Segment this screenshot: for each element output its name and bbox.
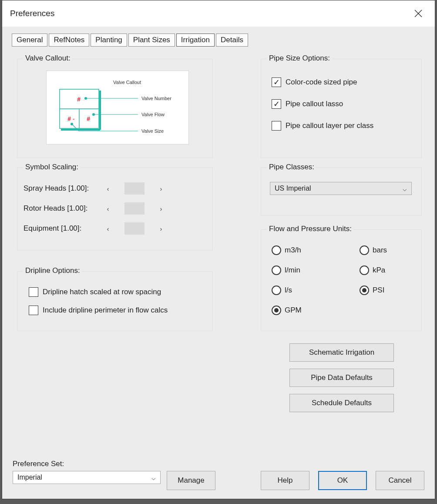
chevron-right-icon: › (160, 225, 162, 232)
manage-button[interactable]: Manage (167, 471, 215, 490)
radio-ls-input[interactable] (272, 286, 281, 295)
chevron-left-icon: ‹ (107, 185, 109, 192)
pipe-classes-label: Pipe Classes: (267, 163, 316, 171)
radio-kpa-label: kPa (373, 266, 385, 275)
equipment-decrease[interactable]: ‹ (100, 223, 116, 234)
dialog-footer: Preference Set: Imperial ⌵ Manage Help O… (13, 460, 424, 490)
radio-bars[interactable]: bars (360, 240, 416, 260)
dripline-label: Dripline Options: (24, 266, 82, 275)
spray-increase[interactable]: › (153, 183, 169, 194)
group-flow-pressure: Flow and Pressure Units: m3/h l/min l/s … (261, 229, 422, 331)
chevron-left-icon: ‹ (107, 205, 109, 212)
equipment-increase[interactable]: › (153, 223, 169, 234)
dialog-content: General RefNotes Planting Plant Sizes Ir… (2, 27, 435, 499)
scale-row-spray: Spray Heads [1.00]: ‹ › (17, 178, 212, 198)
radio-kpa[interactable]: kPa (360, 260, 416, 280)
chevron-left-icon: ‹ (107, 225, 109, 232)
svg-text:#: # (67, 115, 71, 122)
cancel-button[interactable]: Cancel (376, 471, 424, 490)
dripline-hatch-checkbox[interactable] (29, 287, 38, 297)
chevron-right-icon: › (160, 205, 162, 212)
preference-set-select[interactable]: Imperial ⌵ (13, 471, 161, 484)
dripline-hatch-label: Dripline hatch scaled at row spacing (43, 288, 161, 296)
svg-text:Valve Number: Valve Number (141, 96, 171, 101)
svg-text:Valve Flow: Valve Flow (141, 112, 165, 117)
svg-text:Valve Size: Valve Size (141, 128, 164, 134)
valve-callout-preview[interactable]: Valve Callout # # " # Valve N (46, 71, 189, 144)
flow-pressure-label: Flow and Pressure Units: (267, 225, 353, 233)
tab-planting[interactable]: Planting (91, 34, 127, 47)
preference-set-label: Preference Set: (13, 460, 215, 468)
radio-gpm-label: GPM (285, 306, 302, 315)
radio-lmin-input[interactable] (272, 265, 281, 275)
ok-button[interactable]: OK (318, 471, 367, 490)
callout-layer-label: Pipe callout layer per class (286, 121, 373, 130)
rotor-value-box[interactable] (124, 202, 145, 215)
diagram-title: Valve Callout (113, 80, 141, 85)
dripline-perimeter-row[interactable]: Include dripline perimeter in flow calcs (21, 301, 168, 319)
radio-bars-input[interactable] (360, 245, 369, 255)
tab-general[interactable]: General (12, 34, 47, 47)
radio-gpm[interactable]: GPM (272, 300, 337, 320)
pipe-size-label: Pipe Size Options: (267, 54, 332, 63)
tab-plant-sizes[interactable]: Plant Sizes (128, 34, 175, 47)
close-button[interactable] (410, 5, 427, 22)
radio-kpa-input[interactable] (360, 265, 369, 275)
equipment-value-box[interactable] (124, 222, 145, 235)
spray-decrease[interactable]: ‹ (100, 183, 116, 194)
pipe-classes-select[interactable]: US Imperial ⌵ (270, 182, 412, 195)
dripline-hatch-row[interactable]: Dripline hatch scaled at row spacing (21, 283, 168, 301)
schedule-defaults-button[interactable]: Schedule Defaults (289, 394, 394, 412)
callout-lasso-row[interactable]: Pipe callout lasso (264, 93, 373, 115)
svg-text:#: # (77, 96, 81, 103)
tab-bar: General RefNotes Planting Plant Sizes Ir… (2, 27, 435, 47)
tab-refnotes[interactable]: RefNotes (49, 34, 89, 47)
dripline-perimeter-checkbox[interactable] (29, 306, 38, 315)
group-pipe-classes: Pipe Classes: US Imperial ⌵ (261, 168, 422, 215)
rotor-decrease[interactable]: ‹ (100, 203, 116, 214)
pipe-data-defaults-button[interactable]: Pipe Data Defaults (289, 369, 394, 387)
radio-gpm-input[interactable] (272, 306, 281, 315)
callout-layer-row[interactable]: Pipe callout layer per class (264, 115, 373, 137)
preferences-window: Preferences General RefNotes Planting Pl… (2, 0, 435, 499)
radio-m3h-input[interactable] (272, 245, 281, 255)
callout-layer-checkbox[interactable] (272, 121, 281, 131)
radio-psi-input[interactable] (360, 286, 369, 295)
spray-value-box[interactable] (124, 182, 145, 195)
callout-lasso-label: Pipe callout lasso (286, 100, 343, 108)
group-symbol-scaling: Symbol Scaling: Spray Heads [1.00]: ‹ › … (17, 168, 213, 250)
help-button[interactable]: Help (261, 471, 309, 490)
window-title: Preferences (10, 9, 410, 18)
chevron-right-icon: › (160, 185, 162, 192)
color-code-row[interactable]: Color-code sized pipe (264, 71, 373, 93)
equipment-label: Equipment [1.00]: (17, 224, 100, 233)
group-pipe-size: Pipe Size Options: Color-code sized pipe… (261, 59, 422, 158)
scale-row-rotor: Rotor Heads [1.00]: ‹ › (17, 198, 212, 218)
chevron-down-icon: ⌵ (403, 185, 407, 193)
radio-ls[interactable]: l/s (272, 280, 337, 300)
rotor-increase[interactable]: › (153, 203, 169, 214)
group-valve-callout: Valve Callout: Valve Callout # # " (17, 59, 213, 158)
tab-details[interactable]: Details (216, 34, 248, 47)
svg-text:": " (73, 118, 74, 122)
radio-bars-label: bars (373, 246, 387, 255)
radio-ls-label: l/s (285, 286, 292, 295)
spray-heads-label: Spray Heads [1.00]: (17, 184, 100, 193)
dripline-perimeter-label: Include dripline perimeter in flow calcs (43, 306, 168, 315)
schematic-irrigation-button[interactable]: Schematic Irrigation (289, 343, 394, 362)
valve-callout-diagram: Valve Callout # # " # Valve N (47, 71, 189, 145)
pipe-classes-value: US Imperial (275, 185, 311, 192)
rotor-heads-label: Rotor Heads [1.00]: (17, 204, 100, 213)
radio-m3h[interactable]: m3/h (272, 240, 337, 260)
preference-set-value: Imperial (17, 474, 42, 481)
chevron-down-icon: ⌵ (151, 474, 156, 482)
radio-lmin[interactable]: l/min (272, 260, 337, 280)
radio-psi[interactable]: PSI (360, 280, 416, 300)
symbol-scaling-label: Symbol Scaling: (24, 163, 80, 171)
color-code-checkbox[interactable] (272, 77, 281, 87)
callout-lasso-checkbox[interactable] (272, 99, 281, 109)
valve-callout-label: Valve Callout: (24, 54, 72, 63)
group-dripline: Dripline Options: Dripline hatch scaled … (17, 271, 213, 331)
tab-irrigation[interactable]: Irrigation (176, 34, 215, 47)
radio-psi-label: PSI (373, 286, 384, 295)
